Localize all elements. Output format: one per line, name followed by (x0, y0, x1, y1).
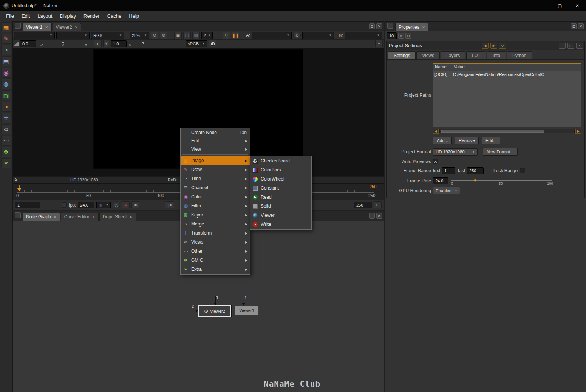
gain-slider[interactable]: -5 0 5 (37, 40, 90, 47)
scrollbar-handle[interactable]: ⁞⁞ (441, 130, 544, 133)
refresh-icon[interactable]: ↻ (223, 32, 230, 39)
expand-timeline-icon[interactable]: ⊡ (374, 201, 382, 208)
gamma-icon[interactable]: Y (103, 40, 109, 47)
close-pane-icon[interactable]: ✕ (376, 23, 382, 29)
submenu-item-colorbars[interactable]: ColorBars (250, 165, 311, 174)
maximize-pane-icon[interactable]: ⊡ (369, 23, 375, 29)
scroll-left-icon[interactable]: ◀ (433, 129, 439, 134)
submenu-item-checkerboard[interactable]: CheckerBoard (250, 156, 311, 165)
close-pane-icon[interactable]: ✕ (578, 23, 584, 29)
sync-viewers-icon[interactable]: ⊙ (151, 32, 158, 39)
menu-render[interactable]: Render (80, 12, 104, 20)
tab-viewer2[interactable]: Viewer2 ✕ (53, 23, 82, 31)
close-icon[interactable]: ✕ (129, 215, 132, 219)
playback-mode-icon[interactable] (62, 202, 67, 208)
display-channels-select[interactable]: RGB▼ (91, 32, 124, 39)
close-icon[interactable]: ✕ (45, 25, 48, 29)
tab-views[interactable]: Views (416, 51, 440, 59)
auto-previews-checkbox[interactable]: ✕ (433, 159, 438, 164)
turbo-mode-icon[interactable]: ◴ (113, 201, 120, 208)
menu-file[interactable]: File (2, 12, 18, 20)
menu-item-gmic[interactable]: ❖ GMIC ▶ (181, 256, 250, 265)
tab-lut[interactable]: LUT (466, 51, 486, 59)
roi-icon[interactable]: ▢ (183, 32, 191, 39)
toolbar-time-icon[interactable]: ◔ (1, 45, 11, 55)
scroll-right-icon[interactable]: ▶ (575, 129, 581, 134)
tab-dope-sheet[interactable]: Dope Sheet ✕ (99, 213, 136, 221)
menu-item-extra[interactable]: ✶ Extra ▶ (181, 265, 250, 274)
menu-item-image[interactable]: ▦ Image ▶ (181, 156, 250, 165)
new-format-button[interactable]: New Format... (483, 148, 518, 156)
close-icon[interactable]: ✕ (569, 0, 586, 11)
proxy-level-select[interactable]: 2▼ (201, 32, 213, 39)
close-icon[interactable]: ✕ (92, 215, 95, 219)
first-frame-button[interactable]: |◀ (165, 201, 174, 208)
frame-rate-slider[interactable]: 0 50 100 (450, 177, 552, 185)
close-icon[interactable]: ✕ (53, 215, 56, 219)
color-picker-icon[interactable]: ⌖ (375, 40, 383, 47)
toolbar-merge-icon[interactable]: ◑ (1, 102, 11, 112)
menu-item-transform[interactable]: ✛ Transform ▶ (181, 228, 250, 238)
close-icon[interactable]: ✕ (75, 25, 78, 29)
playback-in-out-icon[interactable]: ● (122, 201, 130, 208)
fps-input[interactable]: 24.0 (78, 202, 94, 208)
timeline-format-select[interactable]: TF▼ (96, 202, 111, 208)
toolbar-keyer-icon[interactable]: ▩ (1, 90, 11, 100)
input-b-select[interactable]: -▼ (345, 32, 382, 39)
toolbar-image-icon[interactable]: ▦ (1, 22, 11, 32)
table-horizontal-scrollbar[interactable]: ◀ ⁞⁞ ▶ (433, 128, 581, 134)
node-viewer2[interactable]: ⊙ Viewer2 (198, 305, 231, 317)
menu-cache[interactable]: Cache (104, 12, 125, 20)
add-path-button[interactable]: Add... (433, 137, 452, 144)
maximize-pane-icon[interactable]: ⊡ (571, 23, 577, 29)
fit-image-icon[interactable]: ⊕ (160, 32, 167, 39)
float-panel-icon[interactable]: ▢ (567, 43, 574, 49)
menu-item-other[interactable]: ⋯ Other ▶ (181, 247, 250, 256)
tab-viewer1[interactable]: Viewer1 ✕ (23, 23, 52, 31)
toolbar-gmic-icon[interactable]: ❖ (1, 147, 11, 157)
menu-layout[interactable]: Layout (34, 12, 56, 20)
project-paths-table[interactable]: Name Value [OCIO] C:/Program Files/Natro… (433, 63, 581, 127)
out-point-input[interactable]: 250 (354, 202, 372, 208)
submenu-item-read[interactable]: ▶ Read (250, 193, 311, 202)
maximize-pane-icon[interactable]: ⊡ (369, 213, 375, 219)
slider-handle[interactable] (142, 42, 145, 44)
toolbar-other-icon[interactable]: ⋯ (1, 136, 11, 146)
menu-item-create-node[interactable]: Create Node Tab (181, 128, 250, 137)
gamma-slider[interactable]: 0 (128, 40, 164, 47)
close-panel-icon[interactable]: ✕ (576, 43, 583, 49)
restore-defaults-icon[interactable]: ↺ (499, 43, 506, 49)
submenu-item-colorwheel[interactable]: ColorWheel (250, 174, 311, 184)
undo-icon[interactable]: ◀ (482, 43, 489, 49)
close-icon[interactable]: ✕ (422, 25, 425, 29)
max-panels-input[interactable]: 10 (387, 32, 397, 39)
checkerboard-toggle-icon[interactable] (209, 40, 216, 47)
tab-curve-editor[interactable]: Curve Editor ✕ (61, 213, 99, 221)
toolbar-color-icon[interactable]: ◉ (1, 68, 11, 78)
in-point-input[interactable]: 1 (15, 202, 40, 208)
toolbar-views-icon[interactable]: ∞ (1, 124, 11, 134)
lock-timeline-icon[interactable]: ▣ (131, 201, 139, 208)
panel-menu-icon[interactable] (15, 23, 21, 29)
full-frame-icon[interactable]: ▥ (192, 32, 200, 39)
gpu-rendering-select[interactable]: Enabled ▼ (433, 187, 460, 194)
tab-python[interactable]: Python (507, 51, 532, 59)
toolbar-transform-icon[interactable]: ✛ (1, 113, 11, 123)
remove-path-button[interactable]: Remove (455, 137, 479, 144)
toolbar-draw-icon[interactable]: ✎ (1, 34, 11, 44)
input-a-select[interactable]: -▼ (252, 32, 292, 39)
submenu-item-solid[interactable]: Solid (250, 202, 311, 211)
toolbar-extra-icon[interactable]: ✶ (1, 158, 11, 168)
menu-item-channel[interactable]: ▤ Channel ▶ (181, 183, 250, 192)
menu-item-time[interactable]: ◔ Time ▶ (181, 174, 250, 183)
project-format-select[interactable]: HD 1920x1080 ▼ (433, 148, 478, 156)
lock-range-checkbox[interactable] (520, 168, 525, 173)
submenu-item-write[interactable]: ● Write (250, 220, 311, 229)
frame-rate-input[interactable]: 24.0 (433, 177, 448, 184)
menu-edit[interactable]: Edit (18, 12, 34, 20)
wipe-operator-icon[interactable]: ⊘ (293, 32, 301, 39)
maximize-icon[interactable]: ▢ (551, 0, 569, 11)
submenu-item-constant[interactable]: Constant (250, 184, 311, 193)
pause-icon[interactable]: ❚❚ (232, 32, 239, 39)
table-row[interactable]: [OCIO] C:/Program Files/Natron/Resources… (433, 71, 581, 77)
